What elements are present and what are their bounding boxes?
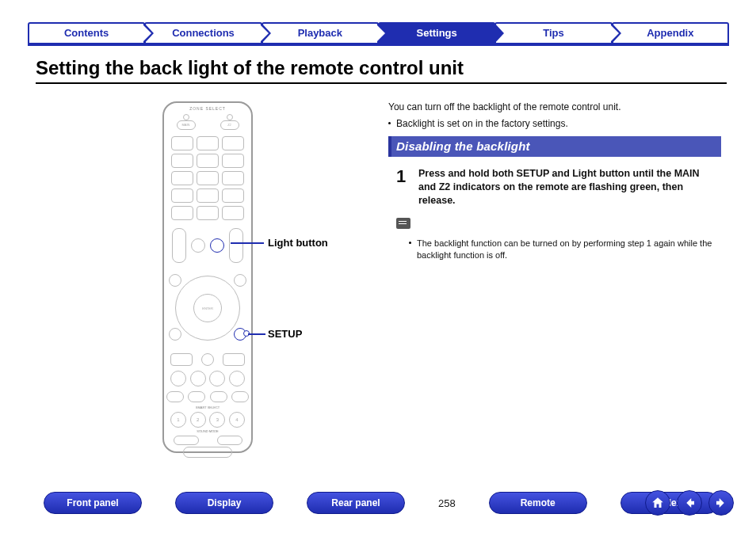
intro-line: You can turn off the backlight of the re…	[388, 101, 721, 114]
zone-indicators	[164, 114, 251, 120]
smart-select-row: 1 2 3 4	[164, 412, 251, 428]
input-grid	[164, 136, 251, 220]
zone-main: MAIN	[177, 120, 196, 130]
top-tab-bar: Contents Connections Playback Settings T…	[28, 22, 728, 44]
note-icon	[396, 218, 410, 229]
sound-mode-row	[164, 436, 251, 445]
callout-line-setup	[248, 333, 265, 335]
remote-illustration: ZONE SELECT MAIN Z2 SMART SELECT 1 2 3 4	[162, 101, 253, 453]
prev-page-icon[interactable]	[677, 490, 702, 516]
zone-select-label: ZONE SELECT	[164, 106, 251, 111]
callout-line-light	[231, 242, 264, 244]
callout-setup-label: SETUP	[268, 328, 302, 340]
nav-rear-panel[interactable]: Rear panel	[307, 492, 405, 514]
intro-text: You can turn off the backlight of the re…	[388, 101, 721, 131]
next-page-icon[interactable]	[708, 490, 734, 516]
sharp-row	[164, 391, 251, 402]
callout-light-label: Light button	[268, 237, 328, 249]
zone-buttons: MAIN Z2	[164, 120, 251, 130]
title-rule	[36, 82, 727, 84]
bottom-pill	[164, 447, 251, 458]
page-nav-buttons	[645, 490, 734, 516]
section-heading: Disabling the backlight	[388, 136, 721, 157]
nav-display[interactable]: Display	[175, 492, 273, 514]
number-row	[164, 371, 251, 386]
nav-front-panel[interactable]: Front panel	[44, 492, 142, 514]
smart-select-label: SMART SELECT	[164, 405, 251, 409]
ch-vol-rockers	[164, 228, 251, 263]
page-number: 258	[438, 497, 456, 509]
volume-rocker	[229, 228, 243, 263]
sound-mode-label: SOUND MODE	[164, 429, 251, 433]
step-number: 1	[396, 166, 406, 187]
note-text: The backlight function can be turned on …	[409, 238, 727, 261]
nav-remote[interactable]: Remote	[489, 492, 587, 514]
tune-center	[164, 353, 251, 366]
home-icon[interactable]	[645, 490, 670, 516]
mute-button	[191, 238, 205, 253]
intro-bullet: Backlight is set on in the factory setti…	[388, 117, 721, 131]
bottom-nav: Front panel Display Rear panel 258 Remot…	[44, 492, 719, 514]
light-button-on-remote	[210, 238, 224, 253]
ch-page-rocker	[172, 228, 186, 263]
step-text: Press and hold both SETUP and Light butt…	[418, 167, 720, 207]
zone-z2: Z2	[220, 120, 239, 130]
page-title: Setting the back light of the remote con…	[36, 57, 464, 79]
